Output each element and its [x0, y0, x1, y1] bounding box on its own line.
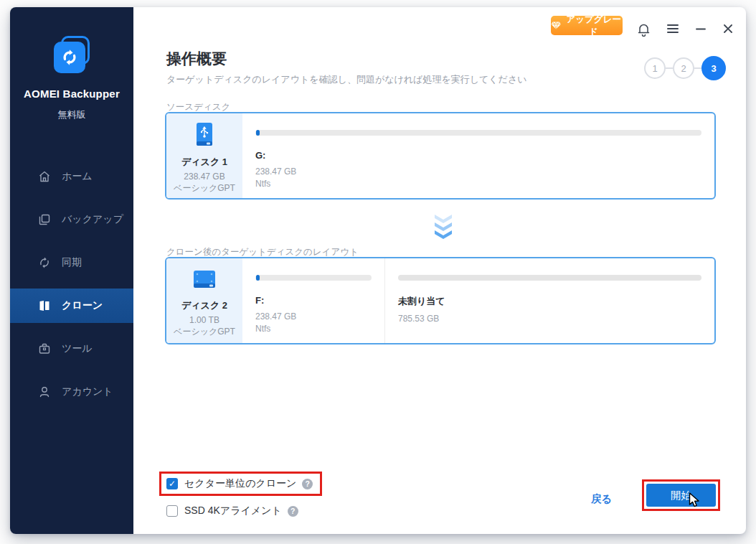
usb-disk-icon: [192, 121, 217, 151]
sync-arrows-glyph: [60, 48, 79, 67]
sidebar-item-label: クローン: [62, 299, 103, 312]
step-2: 2: [673, 57, 694, 79]
sector-clone-label: セクター単位のクローン: [184, 477, 296, 490]
close-icon[interactable]: [722, 23, 734, 37]
app-name: AOMEI Backupper: [10, 88, 133, 100]
disk-icon: [190, 266, 219, 295]
sidebar-item-label: アカウント: [62, 385, 113, 398]
sidebar-item-label: 同期: [62, 256, 82, 269]
source-partition-g[interactable]: G: 238.47 GB Ntfs: [242, 113, 714, 198]
ssd-alignment-label: SSD 4Kアライメント: [184, 505, 282, 517]
target-disk-panel[interactable]: ディスク 2 1.00 TB ベーシックGPT: [166, 258, 242, 343]
sidebar-nav: ホーム バックアップ 同期 クローン: [10, 159, 133, 418]
sidebar-item-backup[interactable]: バックアップ: [10, 202, 133, 237]
chevron-down-icon: [433, 213, 454, 243]
sector-clone-highlight: ✓ セクター単位のクローン ?: [159, 472, 322, 496]
target-disk-name: ディスク 2: [181, 299, 227, 312]
target-disk-size: 1.00 TB: [189, 315, 219, 326]
usage-bar: [255, 275, 372, 281]
account-icon: [37, 385, 52, 399]
page-subtitle: ターゲットディスクのレイアウトを確認し、問題がなければ処理を実行してください: [166, 73, 527, 86]
bell-icon[interactable]: [638, 23, 650, 39]
source-disk-name: ディスク 1: [181, 156, 227, 169]
main-content: アップグレード 操作概要 ターゲットディスクのレイアウトを確認し、問題がなければ…: [133, 7, 746, 534]
source-disk-panel[interactable]: ディスク 1 238.47 GB ベーシックGPT: [166, 113, 242, 198]
backup-icon: [37, 212, 52, 227]
gem-icon: [551, 21, 561, 30]
help-icon[interactable]: ?: [288, 506, 298, 517]
sidebar-item-label: ホーム: [62, 170, 93, 183]
back-link[interactable]: 戻る: [591, 492, 612, 506]
step-1: 1: [644, 57, 666, 79]
step-indicator: 1 2 3: [644, 56, 726, 80]
help-icon[interactable]: ?: [302, 479, 313, 489]
usage-bar: [398, 275, 701, 281]
sidebar-item-label: バックアップ: [62, 213, 123, 226]
source-disk-card: ディスク 1 238.47 GB ベーシックGPT G: 238.47 GB N…: [165, 112, 716, 200]
start-button-highlight: 開始: [642, 479, 720, 511]
tools-icon: [37, 342, 52, 356]
upgrade-label: アップグレード: [564, 14, 623, 38]
partition-fs: Ntfs: [255, 323, 372, 335]
ssd-alignment-checkbox[interactable]: [166, 505, 178, 517]
app-branding: AOMEI Backupper 無料版: [10, 36, 133, 121]
sidebar-item-sync[interactable]: 同期: [10, 245, 133, 280]
sidebar-item-tools[interactable]: ツール: [10, 332, 133, 366]
target-partition-unallocated[interactable]: 未割り当て 785.53 GB: [384, 258, 714, 343]
target-disk-card: ディスク 2 1.00 TB ベーシックGPT F: 238.47 GB Ntf…: [165, 257, 716, 344]
partition-size: 238.47 GB: [255, 166, 701, 178]
target-disk-type: ベーシックGPT: [174, 327, 235, 337]
sector-clone-checkbox[interactable]: ✓: [166, 478, 178, 489]
partition-label: F:: [255, 295, 372, 306]
ssd-alignment-row: SSD 4Kアライメント ?: [166, 502, 298, 520]
sidebar-item-account[interactable]: アカウント: [10, 375, 133, 409]
source-disk-size: 238.47 GB: [184, 172, 225, 182]
app-window: AOMEI Backupper 無料版 ホーム バックアップ 同期: [10, 7, 746, 534]
sidebar-item-label: ツール: [62, 342, 93, 355]
app-edition: 無料版: [10, 108, 133, 121]
sidebar: AOMEI Backupper 無料版 ホーム バックアップ 同期: [10, 7, 133, 534]
usage-bar: [255, 130, 701, 136]
partition-label: 未割り当て: [398, 295, 701, 308]
partition-size: 785.53 GB: [398, 313, 701, 325]
menu-icon[interactable]: [666, 23, 679, 37]
page-title: 操作概要: [166, 49, 227, 69]
step-3-active: 3: [701, 56, 726, 80]
sync-icon: [37, 255, 52, 270]
minimize-icon[interactable]: [695, 23, 707, 37]
app-logo-icon: [49, 36, 94, 78]
partition-label: G:: [255, 150, 701, 161]
sidebar-item-home[interactable]: ホーム: [10, 159, 133, 194]
partition-size: 238.47 GB: [255, 311, 372, 323]
sidebar-item-clone[interactable]: クローン: [10, 289, 133, 323]
target-partition-f[interactable]: F: 238.47 GB Ntfs: [242, 258, 384, 343]
partition-fs: Ntfs: [255, 178, 701, 190]
clone-icon: [37, 299, 52, 313]
start-button[interactable]: 開始: [646, 484, 716, 507]
source-disk-type: ベーシックGPT: [174, 183, 235, 194]
home-icon: [37, 169, 52, 184]
upgrade-button[interactable]: アップグレード: [551, 16, 623, 35]
